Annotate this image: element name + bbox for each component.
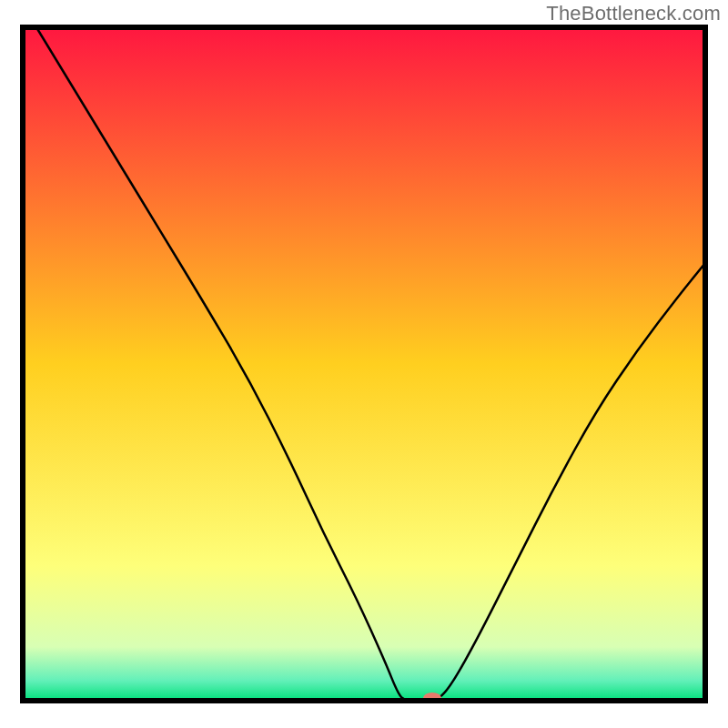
chart-background — [23, 27, 705, 701]
chart-svg — [0, 0, 728, 728]
chart-frame: TheBottleneck.com — [0, 0, 728, 728]
